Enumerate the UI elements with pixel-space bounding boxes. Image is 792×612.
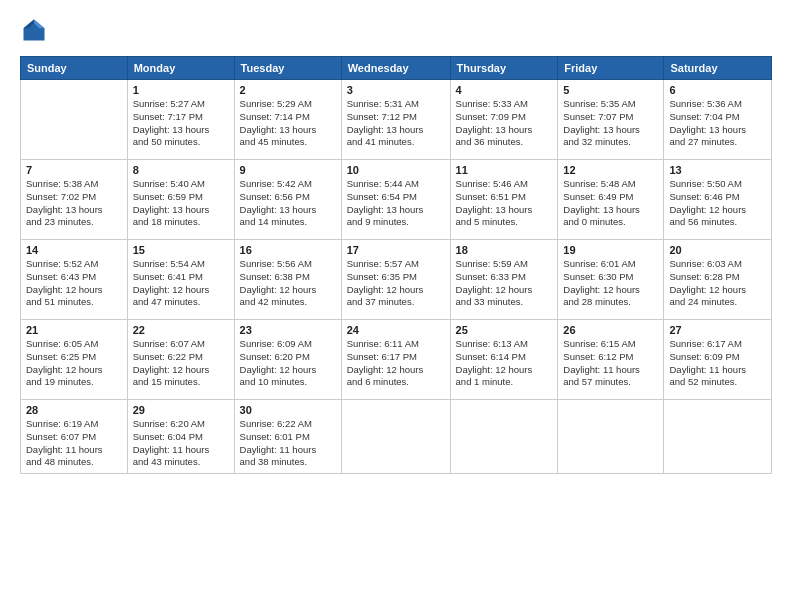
day-number: 30: [240, 404, 336, 416]
calendar-cell: 15Sunrise: 5:54 AM Sunset: 6:41 PM Dayli…: [127, 240, 234, 320]
weekday-header-monday: Monday: [127, 57, 234, 80]
day-number: 5: [563, 84, 658, 96]
calendar-cell: 25Sunrise: 6:13 AM Sunset: 6:14 PM Dayli…: [450, 320, 558, 400]
calendar-cell: 10Sunrise: 5:44 AM Sunset: 6:54 PM Dayli…: [341, 160, 450, 240]
day-info: Sunrise: 6:13 AM Sunset: 6:14 PM Dayligh…: [456, 338, 553, 389]
calendar-cell: 29Sunrise: 6:20 AM Sunset: 6:04 PM Dayli…: [127, 400, 234, 474]
day-number: 9: [240, 164, 336, 176]
day-info: Sunrise: 5:46 AM Sunset: 6:51 PM Dayligh…: [456, 178, 553, 229]
day-number: 11: [456, 164, 553, 176]
day-number: 13: [669, 164, 766, 176]
calendar-cell: 26Sunrise: 6:15 AM Sunset: 6:12 PM Dayli…: [558, 320, 664, 400]
calendar-cell: 6Sunrise: 5:36 AM Sunset: 7:04 PM Daylig…: [664, 80, 772, 160]
day-info: Sunrise: 6:01 AM Sunset: 6:30 PM Dayligh…: [563, 258, 658, 309]
calendar-cell: 5Sunrise: 5:35 AM Sunset: 7:07 PM Daylig…: [558, 80, 664, 160]
day-info: Sunrise: 5:52 AM Sunset: 6:43 PM Dayligh…: [26, 258, 122, 309]
day-number: 14: [26, 244, 122, 256]
calendar-cell: 2Sunrise: 5:29 AM Sunset: 7:14 PM Daylig…: [234, 80, 341, 160]
day-number: 21: [26, 324, 122, 336]
day-info: Sunrise: 6:22 AM Sunset: 6:01 PM Dayligh…: [240, 418, 336, 469]
day-info: Sunrise: 5:36 AM Sunset: 7:04 PM Dayligh…: [669, 98, 766, 149]
calendar-cell: 13Sunrise: 5:50 AM Sunset: 6:46 PM Dayli…: [664, 160, 772, 240]
weekday-header-tuesday: Tuesday: [234, 57, 341, 80]
calendar-cell: 23Sunrise: 6:09 AM Sunset: 6:20 PM Dayli…: [234, 320, 341, 400]
calendar-cell: 4Sunrise: 5:33 AM Sunset: 7:09 PM Daylig…: [450, 80, 558, 160]
calendar-cell: 22Sunrise: 6:07 AM Sunset: 6:22 PM Dayli…: [127, 320, 234, 400]
day-info: Sunrise: 5:35 AM Sunset: 7:07 PM Dayligh…: [563, 98, 658, 149]
day-number: 20: [669, 244, 766, 256]
day-number: 18: [456, 244, 553, 256]
calendar-cell: 12Sunrise: 5:48 AM Sunset: 6:49 PM Dayli…: [558, 160, 664, 240]
day-info: Sunrise: 5:27 AM Sunset: 7:17 PM Dayligh…: [133, 98, 229, 149]
weekday-header-wednesday: Wednesday: [341, 57, 450, 80]
day-info: Sunrise: 5:40 AM Sunset: 6:59 PM Dayligh…: [133, 178, 229, 229]
day-info: Sunrise: 5:56 AM Sunset: 6:38 PM Dayligh…: [240, 258, 336, 309]
day-info: Sunrise: 6:20 AM Sunset: 6:04 PM Dayligh…: [133, 418, 229, 469]
day-number: 24: [347, 324, 445, 336]
calendar-cell: 11Sunrise: 5:46 AM Sunset: 6:51 PM Dayli…: [450, 160, 558, 240]
day-number: 16: [240, 244, 336, 256]
calendar-table: SundayMondayTuesdayWednesdayThursdayFrid…: [20, 56, 772, 474]
calendar-cell: 21Sunrise: 6:05 AM Sunset: 6:25 PM Dayli…: [21, 320, 128, 400]
day-info: Sunrise: 5:50 AM Sunset: 6:46 PM Dayligh…: [669, 178, 766, 229]
day-number: 17: [347, 244, 445, 256]
day-info: Sunrise: 6:17 AM Sunset: 6:09 PM Dayligh…: [669, 338, 766, 389]
day-number: 10: [347, 164, 445, 176]
day-number: 7: [26, 164, 122, 176]
calendar-cell: [341, 400, 450, 474]
day-info: Sunrise: 5:31 AM Sunset: 7:12 PM Dayligh…: [347, 98, 445, 149]
day-info: Sunrise: 5:29 AM Sunset: 7:14 PM Dayligh…: [240, 98, 336, 149]
day-info: Sunrise: 5:33 AM Sunset: 7:09 PM Dayligh…: [456, 98, 553, 149]
day-number: 8: [133, 164, 229, 176]
weekday-header-thursday: Thursday: [450, 57, 558, 80]
calendar-cell: 19Sunrise: 6:01 AM Sunset: 6:30 PM Dayli…: [558, 240, 664, 320]
weekday-header-friday: Friday: [558, 57, 664, 80]
calendar-cell: 7Sunrise: 5:38 AM Sunset: 7:02 PM Daylig…: [21, 160, 128, 240]
day-info: Sunrise: 5:54 AM Sunset: 6:41 PM Dayligh…: [133, 258, 229, 309]
calendar-cell: 18Sunrise: 5:59 AM Sunset: 6:33 PM Dayli…: [450, 240, 558, 320]
day-number: 3: [347, 84, 445, 96]
calendar-cell: [558, 400, 664, 474]
calendar-cell: [450, 400, 558, 474]
weekday-header-sunday: Sunday: [21, 57, 128, 80]
day-info: Sunrise: 6:19 AM Sunset: 6:07 PM Dayligh…: [26, 418, 122, 469]
calendar-cell: 17Sunrise: 5:57 AM Sunset: 6:35 PM Dayli…: [341, 240, 450, 320]
day-number: 2: [240, 84, 336, 96]
day-number: 29: [133, 404, 229, 416]
day-number: 26: [563, 324, 658, 336]
day-number: 28: [26, 404, 122, 416]
calendar-cell: [664, 400, 772, 474]
day-info: Sunrise: 6:09 AM Sunset: 6:20 PM Dayligh…: [240, 338, 336, 389]
day-number: 22: [133, 324, 229, 336]
day-info: Sunrise: 5:44 AM Sunset: 6:54 PM Dayligh…: [347, 178, 445, 229]
calendar-cell: 20Sunrise: 6:03 AM Sunset: 6:28 PM Dayli…: [664, 240, 772, 320]
day-info: Sunrise: 5:48 AM Sunset: 6:49 PM Dayligh…: [563, 178, 658, 229]
calendar-cell: 27Sunrise: 6:17 AM Sunset: 6:09 PM Dayli…: [664, 320, 772, 400]
day-number: 12: [563, 164, 658, 176]
day-info: Sunrise: 6:11 AM Sunset: 6:17 PM Dayligh…: [347, 338, 445, 389]
day-info: Sunrise: 6:03 AM Sunset: 6:28 PM Dayligh…: [669, 258, 766, 309]
calendar-cell: [21, 80, 128, 160]
day-info: Sunrise: 5:38 AM Sunset: 7:02 PM Dayligh…: [26, 178, 122, 229]
day-info: Sunrise: 5:57 AM Sunset: 6:35 PM Dayligh…: [347, 258, 445, 309]
day-number: 15: [133, 244, 229, 256]
day-number: 25: [456, 324, 553, 336]
weekday-header-saturday: Saturday: [664, 57, 772, 80]
day-info: Sunrise: 6:05 AM Sunset: 6:25 PM Dayligh…: [26, 338, 122, 389]
calendar-cell: 3Sunrise: 5:31 AM Sunset: 7:12 PM Daylig…: [341, 80, 450, 160]
calendar-cell: 16Sunrise: 5:56 AM Sunset: 6:38 PM Dayli…: [234, 240, 341, 320]
calendar-cell: 30Sunrise: 6:22 AM Sunset: 6:01 PM Dayli…: [234, 400, 341, 474]
day-info: Sunrise: 5:59 AM Sunset: 6:33 PM Dayligh…: [456, 258, 553, 309]
calendar-cell: 14Sunrise: 5:52 AM Sunset: 6:43 PM Dayli…: [21, 240, 128, 320]
day-info: Sunrise: 6:15 AM Sunset: 6:12 PM Dayligh…: [563, 338, 658, 389]
day-number: 1: [133, 84, 229, 96]
logo: [20, 16, 52, 44]
calendar-cell: 9Sunrise: 5:42 AM Sunset: 6:56 PM Daylig…: [234, 160, 341, 240]
calendar-cell: 1Sunrise: 5:27 AM Sunset: 7:17 PM Daylig…: [127, 80, 234, 160]
day-number: 19: [563, 244, 658, 256]
calendar-cell: 28Sunrise: 6:19 AM Sunset: 6:07 PM Dayli…: [21, 400, 128, 474]
day-number: 27: [669, 324, 766, 336]
calendar-cell: 8Sunrise: 5:40 AM Sunset: 6:59 PM Daylig…: [127, 160, 234, 240]
day-number: 23: [240, 324, 336, 336]
day-info: Sunrise: 6:07 AM Sunset: 6:22 PM Dayligh…: [133, 338, 229, 389]
